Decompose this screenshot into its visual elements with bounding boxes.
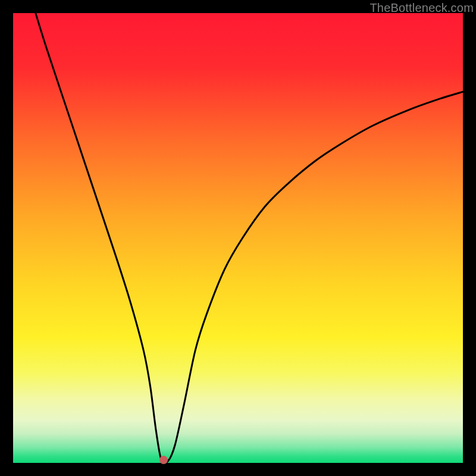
curve-layer — [13, 13, 463, 463]
bottleneck-curve — [36, 13, 463, 463]
chart-frame: TheBottleneck.com — [13, 0, 476, 463]
plot-area — [13, 13, 463, 463]
optimal-point-marker — [159, 456, 168, 464]
